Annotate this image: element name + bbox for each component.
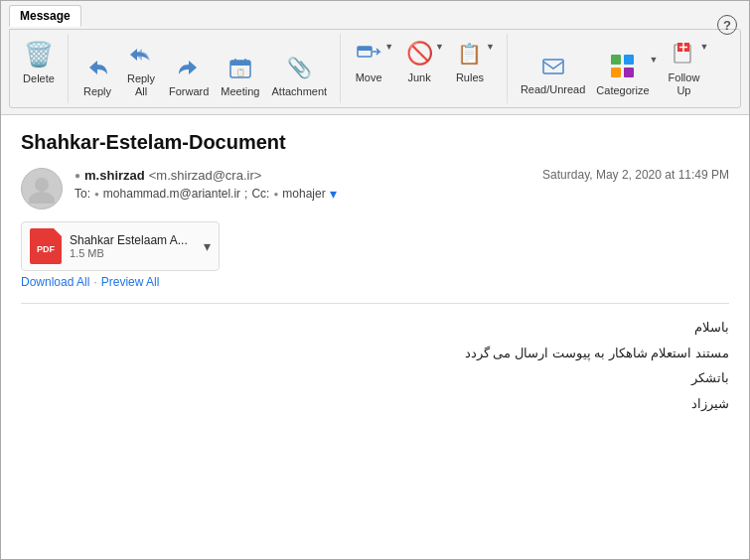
move-button[interactable]: Move ▼: [349, 36, 397, 86]
follow-up-label: FollowUp: [669, 71, 700, 97]
attachment-links: Download All · Preview All: [21, 275, 729, 289]
meeting-icon: 📋: [225, 52, 256, 83]
download-all-link[interactable]: Download All: [21, 275, 89, 289]
from-addr: <m.shirzad@cra.ir>: [149, 168, 262, 183]
categorize-icon: [607, 51, 639, 82]
avatar: [21, 168, 63, 210]
reply-label: Reply: [83, 85, 111, 98]
categorize-label: Categorize: [596, 84, 649, 97]
body-line-1: باسلام: [21, 316, 729, 339]
email-date: Saturday, May 2, 2020 at 11:49 PM: [542, 168, 729, 182]
move-label: Move: [356, 71, 382, 84]
follow-up-button[interactable]: FollowUp ▼: [664, 36, 712, 99]
body-line-2: مستند استعلام شاهکار به پیوست ارسال می گ…: [21, 342, 729, 364]
junk-icon: 🚫: [403, 38, 435, 70]
preview-all-link[interactable]: Preview All: [101, 275, 160, 289]
to-dot: ●: [94, 190, 99, 199]
junk-label: Junk: [407, 71, 430, 84]
attachment-box[interactable]: PDF Shahkar Estelaam A... 1.5 MB ▾: [21, 221, 220, 271]
email-header: ● m.shirzad <m.shirzad@cra.ir> To: ● moh…: [21, 168, 729, 210]
respond-group: Reply ReplyAll: [69, 34, 341, 103]
to-label: To:: [75, 187, 90, 201]
svg-rect-1: [230, 61, 250, 66]
move-group: Move ▼ 🚫 Junk ▼: [341, 34, 508, 103]
body-line-4: شیرزاد: [21, 392, 729, 415]
delete-group: 🗑️ Delete: [10, 34, 69, 103]
delete-icon: 🗑️: [23, 39, 55, 70]
tags-group: Read/Unread: [508, 34, 720, 103]
delete-button[interactable]: 🗑️ Delete: [18, 36, 60, 88]
pdf-icon: PDF: [30, 228, 62, 264]
move-group-buttons: Move ▼ 🚫 Junk ▼: [349, 36, 499, 86]
follow-up-icon: [668, 38, 699, 70]
email-subject: Shahkar-Estelam-Document: [21, 131, 729, 154]
meeting-label: Meeting: [221, 85, 259, 98]
cc-separator: ;: [244, 187, 247, 201]
attachment-label: Attachment: [271, 85, 327, 98]
reply-all-button[interactable]: ReplyAll: [120, 36, 162, 101]
attachment-expand-button[interactable]: ▾: [204, 238, 211, 254]
cc-label: Cc:: [251, 187, 269, 201]
move-icon: [353, 38, 384, 70]
svg-rect-6: [358, 47, 372, 51]
rules-icon: 📋: [454, 38, 486, 70]
meeting-button[interactable]: 📋 Meeting: [216, 49, 264, 101]
svg-text:📋: 📋: [235, 68, 244, 76]
attachment-button[interactable]: 📎 Attachment: [266, 49, 332, 101]
email-body: باسلام مستند استعلام شاهکار به پیوست ارس…: [21, 303, 729, 415]
email-recipients: To: ● mohammad.m@ariantel.ir ; Cc: ● moh…: [75, 186, 530, 202]
svg-point-11: [29, 192, 55, 204]
read-unread-button[interactable]: Read/Unread: [516, 47, 590, 99]
ribbon-tab-bar: Message: [9, 5, 741, 27]
forward-icon: [173, 52, 205, 83]
ribbon: Message ? 🗑️ Delete: [1, 1, 749, 115]
delete-group-buttons: 🗑️ Delete: [18, 36, 60, 88]
respond-group-buttons: Reply ReplyAll: [76, 36, 332, 101]
to-addr: mohammad.m@ariantel.ir: [103, 187, 240, 201]
tab-message[interactable]: Message: [9, 5, 81, 27]
read-unread-icon: [537, 50, 569, 81]
body-line-3: باتشکر: [21, 366, 729, 389]
reply-button[interactable]: Reply: [76, 49, 118, 101]
reply-all-label: ReplyAll: [127, 72, 155, 98]
email-meta: ● m.shirzad <m.shirzad@cra.ir> To: ● moh…: [75, 168, 530, 202]
rules-button[interactable]: 📋 Rules ▼: [450, 36, 499, 86]
help-button[interactable]: ?: [717, 15, 737, 35]
forward-button[interactable]: Forward: [164, 49, 214, 101]
tags-group-buttons: Read/Unread: [516, 36, 712, 99]
reply-all-icon: [125, 39, 157, 70]
attachment-size: 1.5 MB: [70, 247, 196, 259]
read-unread-label: Read/Unread: [521, 83, 585, 96]
rules-label: Rules: [456, 71, 484, 84]
attachment-icon: 📎: [283, 52, 315, 83]
attachment-info: Shahkar Estelaam A... 1.5 MB: [70, 233, 196, 259]
svg-rect-7: [543, 60, 563, 73]
categorize-button[interactable]: Categorize ▼: [592, 49, 662, 99]
email-content: Shahkar-Estelam-Document ● m.shirzad <m.…: [1, 115, 749, 559]
from-dot: ●: [75, 170, 80, 181]
from-name: m.shirzad: [84, 168, 145, 183]
forward-label: Forward: [169, 85, 209, 98]
main-window: Message ? 🗑️ Delete: [0, 0, 750, 560]
email-from: ● m.shirzad <m.shirzad@cra.ir>: [75, 168, 530, 183]
junk-button[interactable]: 🚫 Junk ▼: [399, 36, 448, 86]
cc-addr: mohajer: [282, 187, 325, 201]
reply-icon: [81, 52, 113, 83]
cc-dot: ●: [273, 190, 278, 199]
ribbon-body: 🗑️ Delete Reply: [9, 29, 741, 108]
attachment-name: Shahkar Estelaam A...: [70, 233, 196, 247]
link-separator: ·: [93, 275, 96, 289]
delete-label: Delete: [23, 72, 55, 85]
expand-recipients-button[interactable]: ▾: [330, 186, 337, 202]
svg-point-10: [35, 178, 49, 192]
